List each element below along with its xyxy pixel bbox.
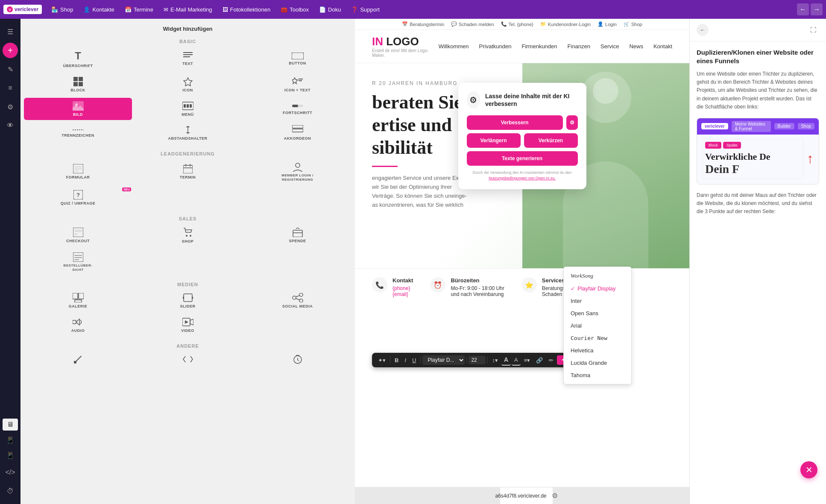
font-color-btn[interactable]: A <box>512 355 521 366</box>
desktop-view-btn[interactable]: 🖥 <box>3 419 18 431</box>
nav-foto[interactable]: 🖼 Fotokollektionen <box>218 5 275 15</box>
site-topbar-shop[interactable]: 🛒 Shop <box>624 21 642 27</box>
widget-bestellubersicht[interactable]: BESTELLÜBER-SICHT <box>24 249 132 275</box>
font-option-worksong[interactable]: WorkSong <box>564 270 631 282</box>
video-icon <box>182 317 193 327</box>
site-nav-service[interactable]: Service <box>600 43 619 50</box>
font-align-btn[interactable]: ≡▾ <box>521 355 533 365</box>
nav-shop[interactable]: 🏪 Shop <box>47 5 77 15</box>
layers-btn[interactable]: ≡ <box>3 80 18 96</box>
ai-verlangern-btn[interactable]: Verlängern <box>467 133 521 148</box>
right-panel-back-btn[interactable]: ← <box>697 24 709 36</box>
widget-trennzeichen[interactable]: TRENNZEICHEN <box>24 122 132 144</box>
font-option-helvetica[interactable]: Helvetica <box>564 344 631 357</box>
widget-video[interactable]: VIDEO <box>134 314 242 337</box>
nav-support[interactable]: ❓ Support <box>347 5 384 15</box>
nav-termine[interactable]: 📅 Termine <box>120 5 158 15</box>
right-panel-close-btn[interactable]: ✕ <box>800 461 817 478</box>
site-nav-privatkunden[interactable]: Privatkunden <box>479 43 512 50</box>
site-nav-kontakt[interactable]: Kontakt <box>653 43 672 50</box>
font-option-courier[interactable]: Courier New <box>564 332 631 344</box>
undo-button[interactable]: ← <box>797 3 809 15</box>
font-family-select[interactable]: Playfair D... <box>422 355 465 365</box>
widget-text[interactable]: TEXT <box>134 47 242 72</box>
nav-toolbox[interactable]: 🧰 Toolbox <box>276 5 313 15</box>
font-magic-btn[interactable]: ✦▾ <box>375 355 388 365</box>
widget-menu[interactable]: MENÜ <box>134 98 242 120</box>
widget-icon-text[interactable]: ICON + TEXT <box>243 73 351 96</box>
font-option-lucida[interactable]: Lucida Grande <box>564 357 631 369</box>
widget-member-login[interactable]: MEMBER LOGIN /REGISTRIERUNG <box>243 159 351 185</box>
preview-btn[interactable]: 👁 <box>3 118 18 133</box>
font-italic-btn[interactable]: I <box>402 355 409 365</box>
widget-formular[interactable]: FORMULAR <box>24 159 132 185</box>
app-logo[interactable]: V vericlever <box>3 5 42 14</box>
site-topbar-login[interactable]: 👤 Login <box>598 21 617 27</box>
widget-paint[interactable] <box>24 351 132 367</box>
widget-uberschrift[interactable]: T ÜBERSCHRIFT <box>24 47 132 72</box>
site-nav-finanzen[interactable]: Finanzen <box>568 43 590 50</box>
audio-label: AUDIO <box>71 328 85 333</box>
widget-button[interactable]: BUTTON <box>243 47 351 72</box>
font-option-inter[interactable]: Inter <box>564 295 631 307</box>
font-color-a-btn[interactable]: A <box>501 355 511 366</box>
redo-button[interactable]: → <box>811 3 823 15</box>
svg-marker-11 <box>292 78 298 84</box>
site-topbar-beratung[interactable]: 📅 Beratungstermin <box>402 21 444 27</box>
ai-disclaimer-link[interactable]: Nutzungsbedingungen von Open AI zu. <box>489 176 556 180</box>
code-btn[interactable]: </> <box>3 465 18 480</box>
widget-akkordeon[interactable]: AKKORDEON <box>243 122 351 144</box>
font-bold-btn[interactable]: B <box>392 355 401 365</box>
font-link-btn[interactable]: 🔗 <box>533 355 545 365</box>
widget-termin[interactable]: TERMIN <box>134 159 242 185</box>
widget-fortschritt[interactable]: FORTSCHRITT <box>243 98 351 120</box>
widget-timer[interactable] <box>243 351 351 367</box>
font-option-tahoma[interactable]: Tahoma <box>564 369 631 381</box>
svg-rect-28 <box>292 129 303 132</box>
nav-email[interactable]: ✉ E-Mail Marketing <box>159 5 217 15</box>
bottom-settings-icon[interactable]: ⚙ <box>552 492 558 500</box>
tablet-view-btn[interactable]: 📱 <box>3 434 18 446</box>
nav-kontakte[interactable]: 👤 Kontakte <box>79 5 118 15</box>
font-highlight-btn[interactable]: ✏ <box>546 355 556 365</box>
mobile-view-btn[interactable]: 📱 <box>3 449 18 461</box>
ai-verkurzen-btn[interactable]: Verkürzen <box>524 133 578 148</box>
widget-checkout[interactable]: CHECKOUT <box>24 224 132 247</box>
site-nav-news[interactable]: News <box>629 43 643 50</box>
font-option-arial[interactable]: Arial <box>564 319 631 332</box>
font-size-input[interactable] <box>469 356 486 364</box>
widget-slider[interactable]: SLIDER <box>134 290 242 312</box>
widget-block[interactable]: BLOCK <box>24 73 132 96</box>
site-nav-willkommen[interactable]: Willkommen <box>439 43 469 50</box>
widget-code[interactable] <box>134 351 242 367</box>
font-option-open-sans[interactable]: Open Sans <box>564 307 631 319</box>
widget-bild[interactable]: BILD <box>24 98 132 120</box>
site-topbar-schaden[interactable]: 💬 Schaden melden <box>451 21 494 27</box>
widget-social-media[interactable]: SOCIAL MEDIA <box>243 290 351 312</box>
add-widget-btn[interactable]: + <box>3 43 18 58</box>
hamburger-menu-btn[interactable]: ☰ <box>3 24 18 39</box>
rp-red-arrow: ↑ <box>807 151 814 167</box>
settings-btn[interactable]: ⚙ <box>3 99 18 114</box>
site-topbar-kundenordner[interactable]: 📁 Kundenordner-Login <box>540 21 591 27</box>
widget-shop[interactable]: SHOP <box>134 224 242 247</box>
font-option-playfair[interactable]: ✓ Playfair Display <box>564 282 631 295</box>
widget-audio[interactable]: AUDIO <box>24 314 132 337</box>
font-line-height-btn[interactable]: ↕▾ <box>489 355 501 365</box>
widget-abstandshalter[interactable]: ABSTANDSHALTER <box>134 122 242 144</box>
widget-spende[interactable]: SPENDE <box>243 224 351 247</box>
slider-icon <box>182 293 193 302</box>
timer-btn[interactable]: ⏱ <box>3 483 18 499</box>
right-panel-expand-btn[interactable]: ⛶ <box>807 24 819 36</box>
site-topbar-tel[interactable]: 📞 Tel. {phone} <box>501 21 533 27</box>
nav-doku[interactable]: 📄 Doku <box>315 5 345 15</box>
ai-texte-btn[interactable]: Texte generieren <box>467 151 578 166</box>
ai-verbessern-btn[interactable]: Verbessern <box>467 115 563 130</box>
widget-galerie[interactable]: GALERIE <box>24 290 132 312</box>
widget-quiz[interactable]: NEU ? QUIZ / UMFRAGE <box>24 187 132 209</box>
font-underline-btn[interactable]: U <box>410 355 419 365</box>
edit-pencil-btn[interactable]: ✎ <box>3 62 18 77</box>
widget-icon[interactable]: ICON <box>134 73 242 96</box>
ai-settings-btn[interactable]: ⚙ <box>566 115 578 130</box>
site-nav-firmenkunden[interactable]: Firmenkunden <box>521 43 557 50</box>
